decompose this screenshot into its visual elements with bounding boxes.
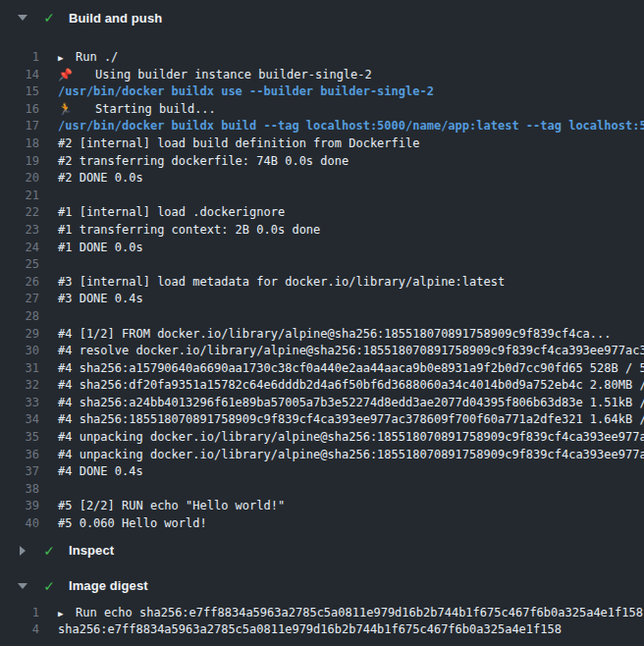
log-line: 19#2 transferring dockerfile: 74B 0.0s d… [0,153,644,171]
line-number[interactable]: 23 [0,222,39,240]
log-line: 34#4 sha256:185518070891758909c9f839cf4c… [0,411,644,429]
workflow-log-viewer: ✓ Build and push 1▶Run ./14📌Using builde… [0,0,644,646]
step-header-build-and-push[interactable]: ✓ Build and push [0,7,644,28]
line-number[interactable]: 30 [0,343,39,360]
line-number[interactable]: 16 [0,101,39,119]
line-text: /usr/bin/docker buildx use --builder bui… [58,83,434,101]
line-text: #2 [internal] load build definition from… [58,135,419,153]
line-number[interactable]: 33 [0,395,39,412]
log-line: 36#4 unpacking docker.io/library/alpine@… [0,447,644,464]
step-image-digest: ✓ Image digest 1▶Run echo sha256:e7ff883… [0,575,644,639]
log-lines: 1▶Run ./14📌Using builder instance builde… [0,49,644,533]
log-line: 18#2 [internal] load build definition fr… [0,135,644,153]
line-text: #5 [2/2] RUN echo "Hello world!" [58,498,285,515]
log-line: 21 [0,188,644,205]
line-text: #4 sha256:a15790640a6690aa1730c38cf0a440… [58,360,644,378]
step-title: Image digest [69,578,148,593]
step-title: Inspect [69,543,114,558]
line-number[interactable]: 37 [0,463,39,481]
run-expand-icon[interactable]: ▶ [58,606,76,622]
line-number[interactable]: 39 [0,498,39,515]
line-number[interactable]: 15 [0,83,39,101]
line-number[interactable]: 1 [0,605,39,622]
runner-icon: 🏃 [58,101,95,119]
line-text: 📌Using builder instance builder-single-2 [58,67,372,84]
log-line: 29#4 [1/2] FROM docker.io/library/alpine… [0,326,644,344]
log-line: 30#4 resolve docker.io/library/alpine@sh… [0,343,644,360]
line-number[interactable]: 19 [0,153,39,171]
line-text: sha256:e7ff8834a5963a2785c5a0811e979d16b… [58,621,562,639]
line-text: #4 unpacking docker.io/library/alpine@sh… [58,447,644,464]
line-text: #4 sha256:a24bb4013296f61e89ba57005a7b3e… [58,395,644,412]
line-text: #1 DONE 0.0s [58,240,143,257]
step-build-and-push: ✓ Build and push 1▶Run ./14📌Using builde… [0,7,644,533]
line-text: #4 resolve docker.io/library/alpine@sha2… [58,343,644,360]
log-line: 25 [0,256,644,274]
log-line: 22#1 [internal] load .dockerignore [0,204,644,222]
line-number[interactable]: 21 [0,188,39,205]
line-number[interactable]: 22 [0,204,39,222]
line-number[interactable]: 35 [0,429,39,447]
line-number[interactable]: 29 [0,326,39,344]
line-number[interactable]: 14 [0,67,39,84]
line-text: ▶Run ./ [58,49,118,67]
log-line: 37#4 DONE 0.4s [0,463,644,481]
success-check-icon: ✓ [41,579,57,593]
line-text: #2 DONE 0.0s [58,170,143,188]
line-text: #3 [internal] load metadata for docker.i… [58,274,505,292]
line-number[interactable]: 26 [0,274,39,292]
log-line: 15/usr/bin/docker buildx use --builder b… [0,83,644,101]
step-title: Build and push [69,11,162,26]
log-line: 35#4 unpacking docker.io/library/alpine@… [0,429,644,447]
line-number[interactable]: 31 [0,360,39,378]
line-number[interactable]: 20 [0,170,39,188]
chevron-down-icon[interactable] [17,15,28,21]
log-line: 1▶Run echo sha256:e7ff8834a5963a2785c5a0… [0,605,644,622]
line-number[interactable]: 28 [0,308,39,326]
line-number[interactable]: 36 [0,447,39,464]
line-text: #1 [internal] load .dockerignore [58,204,285,222]
line-text: #4 [1/2] FROM docker.io/library/alpine@s… [58,326,612,344]
line-number[interactable]: 4 [0,621,39,639]
log-line: 23#1 transferring context: 2B 0.0s done [0,222,644,240]
line-number[interactable]: 24 [0,240,39,257]
line-number[interactable]: 25 [0,256,39,274]
chevron-down-icon[interactable] [17,583,28,589]
log-line: 39#5 [2/2] RUN echo "Hello world!" [0,498,644,515]
log-line: 14📌Using builder instance builder-single… [0,67,644,84]
line-number[interactable]: 40 [0,515,39,533]
log-line: 27#3 DONE 0.4s [0,291,644,308]
line-number[interactable]: 32 [0,377,39,395]
step-inspect: ✓ Inspect [0,540,644,562]
step-header-inspect[interactable]: ✓ Inspect [0,540,644,562]
log-line: 28 [0,308,644,326]
chevron-right-icon[interactable] [17,546,28,556]
line-text: #3 DONE 0.4s [58,291,143,308]
line-number[interactable]: 18 [0,135,39,153]
log-line: 32#4 sha256:df20fa9351a15782c64e6dddb2d4… [0,377,644,395]
line-number[interactable]: 38 [0,481,39,499]
success-check-icon: ✓ [41,544,57,558]
line-number[interactable]: 34 [0,411,39,429]
line-text: /usr/bin/docker buildx build --tag local… [58,118,644,135]
run-expand-icon[interactable]: ▶ [58,50,76,67]
log-lines: 1▶Run echo sha256:e7ff8834a5963a2785c5a0… [0,605,644,639]
line-text: #5 0.060 Hello world! [58,515,207,533]
step-header-image-digest[interactable]: ✓ Image digest [0,575,644,597]
log-line: 26#3 [internal] load metadata for docker… [0,274,644,292]
log-line: 31#4 sha256:a15790640a6690aa1730c38cf0a4… [0,360,644,378]
log-line: 33#4 sha256:a24bb4013296f61e89ba57005a7b… [0,395,644,412]
line-text: #4 unpacking docker.io/library/alpine@sh… [58,429,644,447]
line-text: 🏃Starting build... [58,101,216,119]
line-text: #4 sha256:df20fa9351a15782c64e6dddb2d4a6… [58,377,644,395]
line-text: #1 transferring context: 2B 0.0s done [58,222,320,240]
line-number[interactable]: 1 [0,49,39,67]
log-line: 1▶Run ./ [0,49,644,67]
log-line: 40#5 0.060 Hello world! [0,515,644,533]
line-text: #2 transferring dockerfile: 74B 0.0s don… [58,153,349,171]
line-text: ▶Run echo sha256:e7ff8834a5963a2785c5a08… [58,605,643,622]
success-check-icon: ✓ [41,11,57,25]
log-line: 17/usr/bin/docker buildx build --tag loc… [0,118,644,135]
line-number[interactable]: 17 [0,118,39,135]
line-number[interactable]: 27 [0,291,39,308]
